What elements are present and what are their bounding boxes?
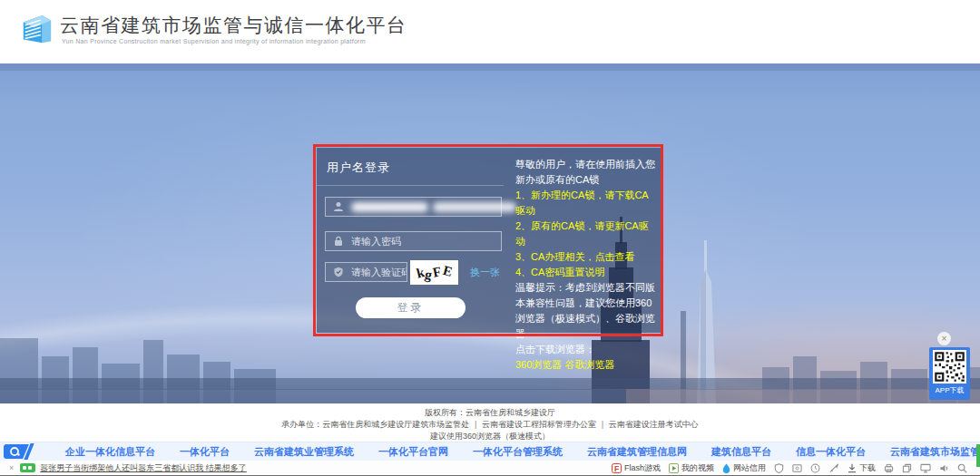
app-download-widget[interactable]: APP下载: [929, 347, 970, 400]
quick-link[interactable]: 云南省建筑管理信息网: [587, 445, 687, 459]
notice-download-prompt: 点击下载浏览器：: [515, 342, 656, 357]
qr-code-image: [933, 350, 966, 384]
history-clock-icon[interactable]: [810, 463, 820, 473]
printer-icon[interactable]: [884, 463, 894, 473]
site-credit-button[interactable]: 网站信用: [722, 462, 766, 474]
ca-notice: 尊敬的用户，请在使用前插入您新办或原有的CA锁 1、新办理的CA锁，请下载CA驱…: [515, 157, 656, 373]
quick-link[interactable]: 建筑信息平台: [711, 445, 771, 459]
password-field[interactable]: [325, 231, 502, 251]
security-shield-icon[interactable]: [774, 463, 784, 473]
organizer-line: 承办单位：云南省住房和城乡建设厅建筑市场监管处 ｜ 云南省建设工程招标管理办公室…: [0, 419, 980, 431]
browser-search-logo-icon[interactable]: [4, 444, 40, 459]
browser-status-bar: × 嚣张男子当街绑架他人还叫嚣东三省都认识我 结果想多了 F Flash游戏 我…: [0, 461, 980, 476]
captcha-field[interactable]: [325, 262, 407, 282]
divider: [317, 185, 504, 186]
speaker-icon[interactable]: [939, 463, 949, 473]
quick-link[interactable]: 云南省建筑市场监管信息网: [890, 445, 980, 459]
toolbar-tools: F Flash游戏 我的视频 网站信用: [612, 462, 967, 474]
copyright-line: 版权所有：云南省住房和城乡建设厅: [0, 407, 980, 419]
news-close-icon[interactable]: ×: [9, 463, 14, 472]
notice-browser-tip: 温馨提示：考虑到浏览器不同版本兼容性问题，建议您使用360浏览器（极速模式）、谷…: [515, 280, 656, 342]
notice-intro: 尊敬的用户，请在使用前插入您新办或原有的CA锁: [515, 157, 656, 188]
captcha-input[interactable]: [351, 267, 407, 277]
username-field[interactable]: [325, 197, 502, 217]
app-download-label: APP下载: [929, 385, 970, 395]
page-title: 云南省建筑市场监管与诚信一体化平台: [60, 13, 407, 38]
search-icon[interactable]: [957, 463, 967, 473]
page: 云南省建筑市场监管与诚信一体化平台 Yun Nan Province Const…: [0, 0, 980, 476]
boost-rocket-icon[interactable]: [828, 463, 839, 473]
password-input[interactable]: [351, 236, 501, 247]
download-arrow-icon: [848, 463, 857, 473]
screenshot-icon[interactable]: [792, 463, 802, 473]
quick-links: 企业一体化信息平台 一体化平台 云南省建筑业管理系统 一体化平台官网 一体化平台…: [65, 445, 980, 459]
notice-link-ca-driver-new[interactable]: 1、新办理的CA锁，请下载CA驱动: [515, 188, 656, 219]
notice-link-ca-password-reset[interactable]: 4、CA密码重置说明: [515, 265, 656, 280]
download-button[interactable]: 下载: [848, 462, 876, 474]
building-logo-icon: [20, 12, 54, 50]
notice-browser-download-links[interactable]: 360浏览器 谷歌浏览器: [515, 357, 656, 373]
redacted-username-blur: [433, 202, 516, 212]
my-videos-button[interactable]: 我的视频: [669, 462, 714, 474]
quick-link[interactable]: 一体化平台: [180, 445, 230, 459]
quick-link[interactable]: 企业一体化信息平台: [65, 445, 155, 459]
page-subtitle: Yun Nan Province Construciton market Sup…: [62, 38, 366, 44]
notice-link-ca-driver-update[interactable]: 2、原有的CA锁，请更新CA驱动: [515, 219, 656, 249]
flash-games-button[interactable]: F Flash游戏: [612, 462, 661, 474]
site-header: 云南省建筑市场监管与诚信一体化平台 Yun Nan Province Const…: [0, 0, 980, 63]
captcha-char: E: [441, 264, 454, 279]
redacted-username-blur: [351, 202, 428, 212]
user-icon: [333, 201, 344, 212]
tabs-copy-icon[interactable]: [902, 463, 912, 473]
qr-close-button[interactable]: ×: [937, 332, 951, 345]
quick-link[interactable]: 云南省建筑业管理系统: [254, 445, 354, 459]
captcha-image[interactable]: k g F E: [410, 260, 458, 285]
flash-icon: F: [612, 463, 622, 473]
page-footer: 版权所有：云南省住房和城乡建设厅 承办单位：云南省住房和城乡建设厅建筑市场监管处…: [0, 403, 980, 442]
quick-links-bar: 企业一体化信息平台 一体化平台 云南省建筑业管理系统 一体化平台官网 一体化平台…: [0, 442, 980, 461]
svg-text:F: F: [614, 463, 619, 472]
monitor-icon[interactable]: [920, 463, 931, 473]
login-button[interactable]: 登录: [356, 297, 466, 318]
change-captcha-link[interactable]: 换一张: [470, 266, 500, 279]
video-play-icon: [669, 463, 679, 473]
login-panel-title: 用户名登录: [327, 160, 390, 176]
notice-link-ca-info[interactable]: 3、CA办理相关，点击查看: [515, 249, 656, 265]
news-source-icon[interactable]: [20, 463, 35, 472]
lock-icon: [333, 236, 344, 247]
captcha-char: F: [432, 265, 443, 279]
quick-link[interactable]: 一体化平台官网: [378, 445, 448, 459]
scrollbar-thumb[interactable]: [976, 444, 980, 467]
quick-link[interactable]: 一体化平台管理系统: [473, 445, 563, 459]
droplet-icon: [722, 463, 730, 473]
shield-icon: [333, 267, 344, 277]
login-panel: 用户名登录 k g: [317, 148, 662, 333]
news-headline-link[interactable]: 嚣张男子当街绑架他人还叫嚣东三省都认识我 结果想多了: [40, 462, 247, 474]
quick-link[interactable]: 信息一体化平台: [796, 445, 866, 459]
